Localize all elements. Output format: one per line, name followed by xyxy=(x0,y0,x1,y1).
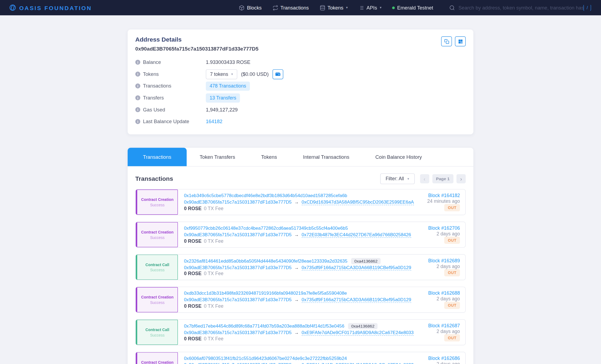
tx-meta: Block #164182 24 minutes ago OUT xyxy=(404,189,465,215)
search-box: / xyxy=(449,5,592,11)
chevron-left-icon: ‹ xyxy=(424,176,425,182)
page-title: Address Details xyxy=(135,36,466,43)
tab-token-transfers[interactable]: Token Transfers xyxy=(187,148,248,166)
tx-method-badge: 0xa4136862 xyxy=(351,258,381,264)
tx-meta: Block #162686 2 days ago OUT xyxy=(404,352,465,364)
copy-address-button[interactable] xyxy=(441,36,452,46)
address-value: 0x90adE3B7065fa715c7a150313877dF1d33e777… xyxy=(135,46,466,52)
transactions-label: Transactions xyxy=(143,83,171,89)
tx-details: 0x1eb349c6c5cbe5778cdbecdf46e8e2bdf3b186… xyxy=(178,189,404,215)
tx-timestamp: 2 days ago xyxy=(437,329,460,334)
info-icon: i xyxy=(135,71,140,76)
oasis-logo-icon xyxy=(9,4,16,11)
nav-item-network[interactable]: Emerald Testnet xyxy=(392,5,433,11)
tx-hash-link[interactable]: 0xdb33dcc1d3b31b498fa9232694871919166bfa… xyxy=(184,291,347,296)
tab-bar: Transactions Token Transfers Tokens Inte… xyxy=(128,148,473,167)
tx-hash-link[interactable]: 0x1eb349c6c5cbe5778cdbecdf46e8e2bdf3b186… xyxy=(184,193,347,198)
chevron-down-icon: ▾ xyxy=(407,177,409,181)
transactions-row: i Transactions 478 Transactions xyxy=(135,80,466,92)
tab-transactions[interactable]: Transactions xyxy=(128,148,187,166)
tx-type-badge: Contract Call Success xyxy=(136,320,178,345)
nav-label-tokens: Tokens xyxy=(327,5,343,11)
pagination: ‹ Page 1 › xyxy=(420,174,466,183)
tx-from-link[interactable]: 0x90adE3B7065fa715c7a150313877dF1d33e777… xyxy=(184,362,292,364)
transactions-count-badge[interactable]: 478 Transactions xyxy=(206,81,250,91)
tx-direction-badge: OUT xyxy=(444,334,460,341)
cube-icon xyxy=(239,5,245,11)
tx-hash-link[interactable]: 0x6006af079803513f41fb21c551d96423d6067b… xyxy=(184,356,347,361)
filter-button[interactable]: Filter: All ▾ xyxy=(380,173,415,184)
prev-page-button[interactable]: ‹ xyxy=(420,174,429,183)
transactions-heading: Transactions xyxy=(135,175,173,182)
tx-block-link[interactable]: Block #162706 xyxy=(428,225,460,231)
tx-fee: 0 TX Fee xyxy=(204,238,223,244)
tokens-dropdown-value: 7 tokens xyxy=(210,71,228,77)
tx-block-link[interactable]: Block #162687 xyxy=(428,323,460,328)
tx-to-link[interactable]: 0xE9FAfe7dADe9CF0171d9A9D9A8c2Ca67E24e80… xyxy=(302,330,413,335)
tx-hash-link[interactable]: 0x7bf6ed17ebe4454c86d89fc68a7714fd07b59a… xyxy=(184,323,344,329)
swap-arrows-icon xyxy=(272,5,278,11)
tab-tokens[interactable]: Tokens xyxy=(248,148,290,166)
search-input[interactable] xyxy=(458,5,585,11)
transfers-count-badge[interactable]: 13 Transfers xyxy=(206,93,240,102)
tx-hash-link[interactable]: 0xf9950779cbb26c06148e37cdc4bea772862cd6… xyxy=(184,225,348,231)
tx-hash-link[interactable]: 0x2326af8146461edd85a0bb6a505f4d4448e543… xyxy=(184,259,348,264)
tx-amount: 0 ROSE xyxy=(184,271,202,276)
tx-type-label: Contract Creation xyxy=(141,295,174,299)
tx-to-link[interactable]: 0x735df9F166a2715bCA3D3A66B119CBef95a0D1… xyxy=(302,265,411,270)
chevron-down-icon: ▾ xyxy=(231,72,233,76)
tx-meta: Block #162687 2 days ago OUT xyxy=(404,320,465,345)
tx-type-label: Contract Call xyxy=(145,262,169,266)
tx-from-link[interactable]: 0x90adE3B7065fa715c7a150313877dF1d33e777… xyxy=(184,200,292,205)
tokens-row: i Tokens 7 tokens ▾ ($0.00 USD) xyxy=(135,68,466,80)
tx-to-link[interactable]: 0xCD9d163947d3A58A9Bf5C95bcD2063E2599EE6… xyxy=(302,199,414,205)
balance-row: i Balance 1.933003433 ROSE xyxy=(135,56,466,68)
tx-to-link[interactable]: 0x735df9F166a2715bCA3D3A66B119CBef95a0D1… xyxy=(302,297,411,303)
tx-details: 0x7bf6ed17ebe4454c86d89fc68a7714fd07b59a… xyxy=(178,320,404,345)
tx-direction-badge: OUT xyxy=(444,269,460,276)
next-page-button[interactable]: › xyxy=(456,174,466,183)
tx-block-link[interactable]: Block #162686 xyxy=(428,356,460,361)
gas-used-label: Gas Used xyxy=(143,107,165,113)
tx-direction-badge: OUT xyxy=(444,302,460,309)
info-icon: i xyxy=(135,60,140,65)
tokens-dropdown[interactable]: 7 tokens ▾ xyxy=(206,69,237,79)
tx-to-link[interactable]: 0xE9FAfe7dADe9CF0171d9A9D9A8c2Ca67E24e80… xyxy=(302,362,413,364)
tx-status-label: Success xyxy=(150,203,164,207)
nav-item-tokens[interactable]: Tokens ▾ xyxy=(320,5,348,11)
tx-block-link[interactable]: Block #162689 xyxy=(428,258,460,263)
brand-logo[interactable]: OASIS FOUNDATION xyxy=(9,4,92,11)
gas-used-value: 1,949,127,229 xyxy=(206,107,238,113)
search-icon xyxy=(449,5,455,11)
nav-item-transactions[interactable]: Transactions xyxy=(272,5,309,11)
page: OASIS FOUNDATION Blocks xyxy=(0,0,601,364)
transactions-section: Transactions Filter: All ▾ ‹ Page 1 xyxy=(128,167,473,364)
tx-from-link[interactable]: 0x90adE3B7065fa715c7a150313877dF1d33e777… xyxy=(184,232,292,237)
wallet-button[interactable] xyxy=(272,69,283,79)
nav-item-apis[interactable]: APIs ▾ xyxy=(358,5,381,11)
transactions-list: Contract Creation Success 0x1eb349c6c5cb… xyxy=(135,189,466,364)
last-balance-update-link[interactable]: 164182 xyxy=(206,119,222,125)
tx-block-link[interactable]: Block #162688 xyxy=(428,291,460,296)
tx-meta: Block #162706 2 days ago OUT xyxy=(404,222,465,247)
tx-from-link[interactable]: 0x90adE3B7065fa715c7a150313877dF1d33e777… xyxy=(184,330,292,335)
nav-item-blocks[interactable]: Blocks xyxy=(239,5,262,11)
tab-internal-transactions[interactable]: Internal Transactions xyxy=(290,148,362,166)
tx-from-link[interactable]: 0x90adE3B7065fa715c7a150313877dF1d33e777… xyxy=(184,297,292,303)
tx-type-badge: Contract Call Success xyxy=(136,254,178,280)
wallet-icon xyxy=(275,71,281,77)
tx-to-link[interactable]: 0x72E03b487fe3EC44d2627D67Ea96d766B02584… xyxy=(302,232,411,238)
nav-label-apis: APIs xyxy=(367,5,377,11)
tx-from-link[interactable]: 0x90adE3B7065fa715c7a150313877dF1d33e777… xyxy=(184,265,292,270)
network-status-dot xyxy=(392,6,395,9)
copy-icon xyxy=(444,39,449,44)
tx-timestamp: 24 minutes ago xyxy=(427,198,460,204)
tx-type-badge: Contract Creation Success xyxy=(136,189,178,215)
tx-block-link[interactable]: Block #164182 xyxy=(428,193,460,198)
qr-code-button[interactable] xyxy=(455,36,465,46)
transfers-row: i Transfers 13 Transfers xyxy=(135,92,466,104)
transaction-row: Contract Call Success 0x2326af8146461edd… xyxy=(135,254,466,280)
tx-fee: 0 TX Fee xyxy=(204,336,223,341)
tab-coin-balance-history[interactable]: Coin Balance History xyxy=(362,148,435,166)
address-details-card: Address Details 0x90adE3B7065fa715c7a150… xyxy=(128,29,473,134)
